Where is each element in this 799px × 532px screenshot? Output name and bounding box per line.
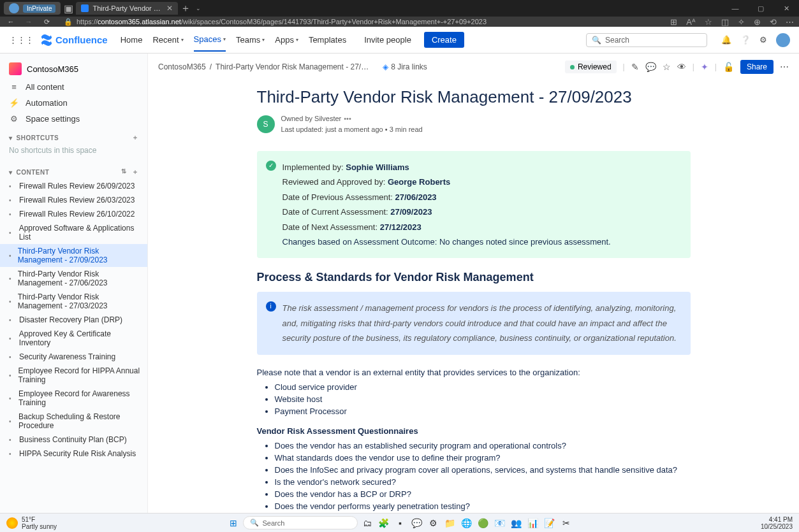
tree-item[interactable]: •Third-Party Vendor Risk Management - 27… [0, 290, 147, 313]
taskbar-app-icon[interactable]: 📧 [493, 516, 507, 530]
user-avatar[interactable] [776, 33, 790, 47]
nav-templates[interactable]: Templates [309, 28, 346, 52]
shortcuts-section[interactable]: ▾SHORTCUTS ＋ [0, 127, 147, 145]
taskbar-app-icon[interactable]: 🌐 [460, 516, 474, 530]
page-body[interactable]: Third-Party Vendor Risk Management - 27/… [148, 81, 799, 513]
tree-item[interactable]: •Disaster Recovery Plan (DRP) [0, 313, 147, 327]
sidebar-item[interactable]: ⚙Space settings [0, 111, 147, 127]
app-switcher-icon[interactable]: ⋮⋮⋮ [9, 35, 34, 45]
tree-item[interactable]: •Third-Party Vendor Risk Management - 27… [0, 244, 147, 267]
space-header[interactable]: ContosoM365 [0, 59, 147, 79]
nav-teams[interactable]: Teams▾ [236, 28, 265, 52]
favorite-icon[interactable]: ☆ [705, 17, 712, 27]
tree-item[interactable]: •Firewall Rules Review 26/09/2023 [0, 179, 147, 193]
start-icon[interactable]: ⊞ [226, 516, 240, 530]
tree-item[interactable]: •Security Awareness Training [0, 350, 147, 364]
filter-icon[interactable]: ⇅ [121, 168, 127, 176]
tree-item[interactable]: •Employee Record for Awareness Training [0, 387, 147, 410]
tree-item[interactable]: •Employee Record for HIPPA Annual Traini… [0, 364, 147, 387]
tree-item[interactable]: •Approved Key & Certificate Inventory [0, 327, 147, 350]
sidebar-item[interactable]: ⚡Automation [0, 95, 147, 111]
weather-widget[interactable]: 51°FPartly sunny [6, 516, 57, 530]
tab-chevron-icon[interactable]: ⌄ [193, 3, 203, 13]
taskbar-app-icon[interactable]: 📊 [526, 516, 540, 530]
nav-recent[interactable]: Recent▾ [152, 28, 183, 52]
nav-home[interactable]: Home [121, 28, 143, 52]
crumb-space[interactable]: ContosoM365 [158, 62, 206, 71]
taskbar-app-icon[interactable]: 📁 [443, 516, 457, 530]
settings-icon[interactable]: ⚙ [759, 35, 767, 45]
menu-icon[interactable]: ⋯ [786, 17, 794, 27]
taskbar-app-icon[interactable]: 🟢 [476, 516, 490, 530]
taskbar-app-icon[interactable]: 📝 [543, 516, 557, 530]
new-tab-icon[interactable]: ＋ [180, 3, 191, 13]
taskbar-app-icon[interactable]: ✂ [559, 516, 573, 530]
split-icon[interactable]: ◫ [721, 17, 729, 27]
taskbar-app-icon[interactable]: 🗂 [360, 516, 374, 530]
extensions-icon[interactable]: ⟲ [770, 17, 777, 27]
confluence-logo[interactable]: Confluence [40, 34, 108, 47]
tree-item[interactable]: •HIPPA Security Rule Risk Analysis [0, 447, 147, 461]
tree-item[interactable]: •Business Continuity Plan (BCP) [0, 433, 147, 447]
create-button[interactable]: Create [424, 32, 464, 48]
status-badge[interactable]: Reviewed [565, 61, 617, 73]
close-window-icon[interactable]: ✕ [773, 0, 799, 17]
byline-more-icon[interactable]: ••• [344, 115, 351, 122]
taskbar-right[interactable]: 4:41 PM10/25/2023 [761, 516, 793, 530]
close-tab-icon[interactable]: ✕ [166, 4, 173, 13]
address-bar[interactable]: 🔒 https://contosom365.atlassian.net/wiki… [59, 18, 664, 26]
forward-icon[interactable]: → [23, 18, 34, 25]
browser-tab[interactable]: Third-Party Vendor Risk Manage ✕ [76, 2, 178, 15]
comment-icon[interactable]: 💬 [645, 62, 656, 72]
invite-people-button[interactable]: Invite people [358, 32, 418, 48]
tree-item[interactable]: •Backup Scheduling & Restore Procedure [0, 410, 147, 433]
taskbar-search[interactable]: 🔍Search [243, 516, 358, 529]
tab-overview-icon[interactable]: ▣ [63, 3, 73, 13]
crumb-page[interactable]: Third-Party Vendor Risk Management - 27/… [216, 62, 369, 71]
favorites-bar-icon[interactable]: ✧ [738, 17, 745, 27]
taskbar-app-icon[interactable]: 🧩 [377, 516, 391, 530]
share-button[interactable]: Share [740, 60, 773, 74]
taskbar-app-icon[interactable]: 👥 [509, 516, 524, 530]
tree-item[interactable]: •Firewall Rules Review 26/03/2023 [0, 193, 147, 207]
profile-badge[interactable]: InPrivate [4, 2, 61, 15]
tree-item[interactable]: •Firewall Rules Review 26/10/2022 [0, 207, 147, 221]
jira-links[interactable]: ◈ 8 Jira links [383, 62, 427, 71]
refresh-icon[interactable]: ⟳ [41, 18, 52, 26]
edit-icon[interactable]: ✎ [631, 62, 639, 72]
star-icon[interactable]: ☆ [663, 62, 671, 72]
bullet-icon: • [9, 298, 13, 305]
sidebar-item[interactable]: ≡All content [0, 79, 147, 95]
sidebar: ContosoM365 ≡All content⚡Automation⚙Spac… [0, 54, 148, 513]
collections-icon[interactable]: ⊕ [754, 17, 761, 27]
more-actions-icon[interactable]: ⋯ [780, 62, 789, 72]
tree-item[interactable]: •Approved Software & Applications List [0, 221, 147, 244]
search-input[interactable]: 🔍 Search [586, 33, 707, 47]
taskbar-app-icon[interactable]: ▪ [393, 516, 407, 530]
watch-icon[interactable]: 👁 [677, 62, 686, 72]
maximize-icon[interactable]: ▢ [748, 0, 773, 17]
content-section[interactable]: ▾CONTENT ⇅＋ [0, 161, 147, 179]
author-avatar[interactable]: S [257, 115, 275, 133]
add-shortcut-icon[interactable]: ＋ [132, 133, 139, 142]
back-icon[interactable]: ← [5, 18, 17, 25]
list-item: Does the vendor has a BCP or DRP? [275, 488, 691, 500]
tree-item[interactable]: •Third-Party Vendor Risk Management - 27… [0, 267, 147, 290]
help-icon[interactable]: ❔ [740, 35, 751, 45]
app-icon[interactable]: ⊞ [670, 17, 677, 27]
weather-icon [6, 517, 18, 529]
notifications-icon[interactable]: 🔔 [721, 35, 731, 45]
nav-spaces[interactable]: Spaces▾ [194, 28, 226, 52]
restrictions-icon[interactable]: 🔓 [723, 62, 734, 72]
info-panel: i The risk assessment / management proce… [257, 292, 691, 354]
space-logo-icon [9, 62, 22, 75]
taskbar-app-icon[interactable]: 💬 [410, 516, 424, 530]
ai-icon[interactable]: ✦ [701, 62, 708, 72]
tree-item-label: Firewall Rules Review 26/10/2022 [19, 210, 135, 219]
minimize-icon[interactable]: — [722, 0, 748, 17]
read-aloud-icon[interactable]: Aᴬ [686, 17, 696, 27]
search-icon: 🔍 [250, 519, 259, 527]
add-page-icon[interactable]: ＋ [132, 168, 139, 176]
nav-apps[interactable]: Apps▾ [275, 28, 298, 52]
taskbar-app-icon[interactable]: ⚙ [427, 516, 441, 530]
